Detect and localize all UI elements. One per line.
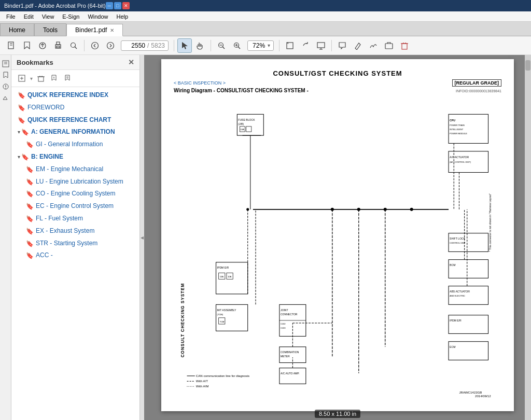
next-page-button[interactable]: [103, 38, 118, 53]
svg-text:C102: C102: [281, 323, 286, 325]
bookmark-ec-label: EC - Engine Control System: [36, 202, 135, 211]
svg-text:A/C ACTUATOR: A/C ACTUATOR: [450, 156, 469, 159]
zoom-dropdown-icon[interactable]: ▾: [268, 43, 270, 48]
expand-icon-a[interactable]: ▾: [18, 129, 20, 136]
tab-bar: Home Tools Binder1.pdf ✕: [0, 22, 531, 36]
page-number-input[interactable]: [124, 42, 145, 49]
new-button[interactable]: [4, 38, 19, 53]
tab-tools[interactable]: Tools: [34, 23, 66, 36]
bookmark-gi-label: GI - General Information: [36, 140, 135, 149]
bookmark-ec[interactable]: 🔖 EC - Engine Control System: [11, 200, 139, 213]
svg-text:COMBINATION: COMBINATION: [281, 351, 299, 354]
sidebar-expand-btn[interactable]: [16, 72, 28, 85]
left-panel-btn-4[interactable]: [1, 93, 10, 103]
bookmarks-tree: 🔖 QUICK REFERENCE INDEX 🔖 FOREWORD 🔖 QUI…: [11, 87, 139, 420]
bookmark-str[interactable]: 🔖 STR - Starting System: [11, 237, 139, 250]
bookmark-em[interactable]: 🔖 EM - Engine Mechanical: [11, 163, 139, 176]
svg-rect-8: [57, 46, 60, 48]
bookmark-co[interactable]: 🔖 CO - Engine Cooling System: [11, 188, 139, 200]
bookmark-acc[interactable]: 🔖 ACC -: [11, 249, 139, 262]
sidebar-delete-btn[interactable]: [35, 72, 47, 85]
svg-text:CONSULT CHECKING SYSTEM: CONSULT CHECKING SYSTEM: [180, 283, 185, 358]
bookmark-icon-qri: 🔖: [18, 91, 25, 100]
print-button[interactable]: [51, 38, 65, 53]
toolbar-separator-2: [174, 40, 174, 51]
hand-tool-button[interactable]: [193, 38, 207, 53]
svg-point-121: [246, 208, 249, 211]
maximize-button[interactable]: □: [114, 2, 121, 9]
bookmark-button[interactable]: [20, 38, 34, 53]
svg-text:10A: 10A: [228, 275, 232, 278]
tab-binder[interactable]: Binder1.pdf ✕: [66, 24, 123, 36]
total-pages: 5823: [151, 42, 165, 49]
toolbar-separator-5: [331, 40, 332, 51]
menu-edit[interactable]: Edit: [20, 11, 38, 21]
svg-text:ECM: ECM: [450, 345, 455, 348]
upload-button[interactable]: [35, 38, 50, 53]
diagram-nav: < BASIC INSPECTION > [REGULAR GRADE]: [174, 79, 501, 87]
tab-close-icon[interactable]: ✕: [110, 27, 114, 33]
zoom-in-button[interactable]: [230, 38, 244, 53]
svg-text:FUSE BLOCK: FUSE BLOCK: [238, 118, 255, 121]
vertical-scrollbar[interactable]: [525, 55, 531, 420]
toolbar-separator-1: [84, 40, 85, 51]
bookmark-icon-ex: 🔖: [26, 227, 34, 236]
svg-rect-25: [385, 44, 393, 49]
menu-file[interactable]: File: [2, 11, 20, 21]
zoom-out-button[interactable]: [214, 38, 229, 53]
svg-point-12: [107, 42, 114, 49]
bookmark-a[interactable]: ▾ 🔖 A: GENERAL INFORMATION: [11, 126, 139, 138]
left-panel-btn-2[interactable]: [1, 71, 10, 80]
menu-esign[interactable]: E-Sign: [58, 11, 83, 21]
tab-home-label: Home: [9, 26, 25, 34]
sign-button[interactable]: [366, 38, 381, 53]
page-separator: /: [147, 42, 149, 49]
bookmark-fw[interactable]: 🔖 FOREWORD: [11, 102, 139, 114]
scrollbar-thumb[interactable]: [525, 60, 530, 71]
svg-point-117: [410, 208, 413, 211]
rotate-button[interactable]: [298, 38, 313, 53]
bookmark-b[interactable]: ▾ 🔖 B: ENGINE: [11, 151, 139, 163]
menu-view[interactable]: View: [38, 11, 59, 21]
expand-icon-b[interactable]: ▾: [18, 153, 20, 161]
sidebar-add-btn[interactable]: [48, 72, 61, 85]
prev-page-button[interactable]: [88, 38, 102, 53]
share-button[interactable]: [382, 38, 396, 53]
page-size-label: 8.50 x 11.00 in: [315, 410, 360, 418]
presentation-button[interactable]: [314, 38, 328, 53]
minimize-button[interactable]: ─: [106, 2, 113, 9]
sidebar-header: Bookmarks ✕: [11, 55, 139, 70]
tab-home[interactable]: Home: [0, 23, 34, 36]
bookmark-icon-b: 🔖: [21, 153, 29, 162]
bookmark-ex[interactable]: 🔖 EX - Exhaust System: [11, 225, 139, 237]
draw-button[interactable]: [351, 38, 365, 53]
zoom-level: 72%: [251, 42, 267, 49]
bookmark-qri[interactable]: 🔖 QUICK REFERENCE INDEX: [11, 89, 139, 102]
menu-window[interactable]: Window: [83, 11, 112, 21]
bookmark-gi[interactable]: 🔖 GI - General Information: [11, 138, 139, 151]
resize-handle[interactable]: [140, 55, 144, 420]
select-tool-button[interactable]: [177, 38, 192, 53]
svg-text:ABS ACTUATOR: ABS ACTUATOR: [450, 290, 470, 293]
search-button[interactable]: [66, 38, 81, 53]
bookmark-icon-gi: 🔖: [26, 141, 34, 149]
sidebar-close-button[interactable]: ✕: [128, 58, 134, 66]
close-button[interactable]: ✕: [122, 2, 130, 9]
svg-line-16: [222, 47, 225, 49]
comment-button[interactable]: [335, 38, 350, 53]
left-panel-btn-1[interactable]: [1, 59, 10, 68]
bookmark-qrc[interactable]: 🔖 QUICK REFERENCE CHART: [11, 114, 139, 127]
fit-page-button[interactable]: [283, 38, 297, 53]
bookmark-co-label: CO - Engine Cooling System: [36, 189, 135, 198]
delete-button[interactable]: [397, 38, 412, 53]
app-title: Binder1.pdf - Adobe Acrobat Pro (64-bit): [4, 3, 106, 9]
left-panel-btn-3[interactable]: [1, 82, 10, 91]
menu-help[interactable]: Help: [113, 11, 133, 21]
tab-tools-label: Tools: [43, 26, 58, 34]
diagram-subtitle-row: Wiring Diagram - CONSULT/GST CHECKING SY…: [174, 88, 501, 97]
bookmark-icon-fl: 🔖: [26, 215, 34, 223]
bookmark-fl[interactable]: 🔖 FL - Fuel System: [11, 213, 139, 225]
sidebar-props-btn[interactable]: [62, 72, 74, 85]
bookmark-lu[interactable]: 🔖 LU - Engine Lubrication System: [11, 176, 139, 188]
svg-point-11: [92, 42, 99, 49]
